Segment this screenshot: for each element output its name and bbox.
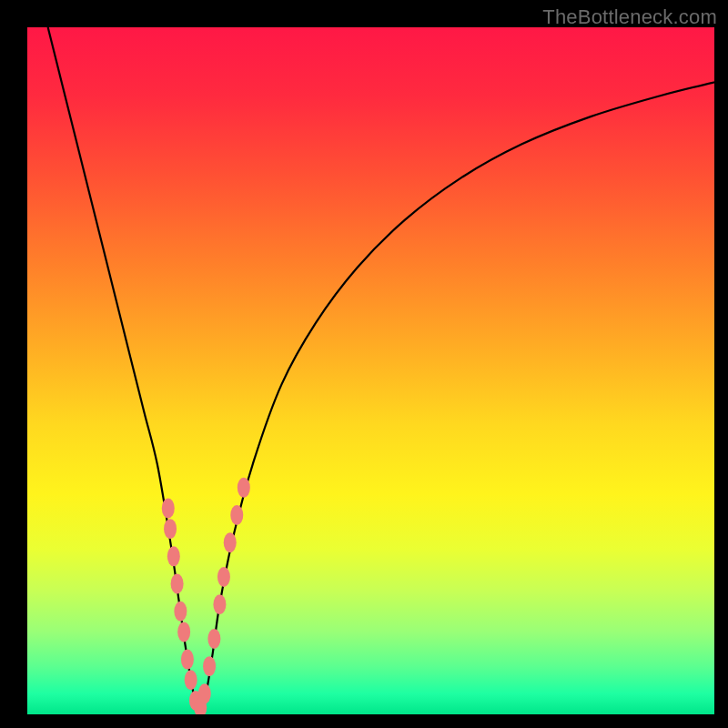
- curve-marker: [238, 478, 250, 498]
- curve-marker: [177, 622, 190, 642]
- curve-marker: [167, 546, 180, 566]
- curve-marker: [171, 574, 184, 594]
- curve-marker: [162, 499, 175, 519]
- watermark-text: TheBottleneck.com: [542, 5, 717, 29]
- curve-marker: [181, 650, 194, 670]
- curve-marker: [213, 594, 226, 614]
- chart-frame: TheBottleneck.com: [0, 0, 728, 728]
- curve-marker: [207, 629, 220, 649]
- marker-layer: [162, 478, 250, 714]
- curve-line: [48, 27, 714, 714]
- curve-marker: [217, 567, 230, 587]
- curve-marker: [164, 519, 177, 539]
- curve-marker: [185, 670, 197, 690]
- curve-marker: [224, 532, 237, 552]
- curve-marker: [230, 505, 243, 525]
- bottleneck-curve: [27, 27, 714, 714]
- curve-marker: [203, 656, 216, 676]
- plot-area: [27, 27, 714, 714]
- curve-marker: [174, 602, 187, 622]
- curve-marker: [198, 683, 211, 703]
